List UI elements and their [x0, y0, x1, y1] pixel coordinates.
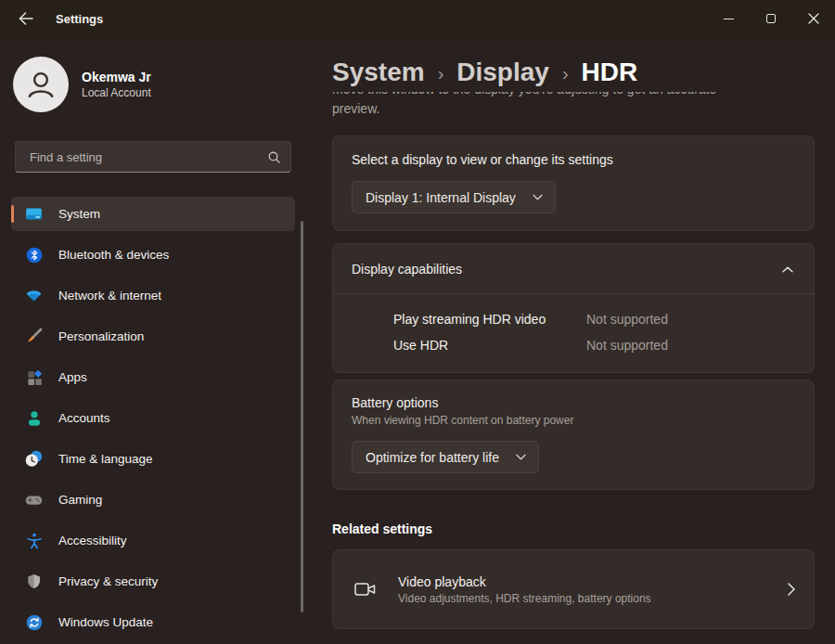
- capability-row: Use HDR Not supported: [393, 332, 795, 358]
- battery-options-card: Battery options When viewing HDR content…: [332, 380, 815, 490]
- video-playback-title: Video playback: [398, 574, 767, 589]
- video-playback-item[interactable]: Video playback Video adjustments, HDR st…: [332, 549, 815, 629]
- sidebar-item-label: Windows Update: [58, 615, 153, 629]
- close-button[interactable]: [792, 0, 835, 37]
- search-input[interactable]: [28, 149, 267, 165]
- chevron-down-icon: [533, 194, 543, 200]
- minimize-icon: [724, 19, 734, 19]
- battery-options-title: Battery options: [352, 395, 795, 410]
- sidebar-item-time-language[interactable]: Time & language: [11, 442, 295, 476]
- maximize-icon: [766, 14, 776, 23]
- profile-texts: Okemwa Jr Local Account: [82, 69, 151, 100]
- profile-name: Okemwa Jr: [82, 69, 151, 85]
- search-icon: [267, 150, 281, 164]
- sidebar-item-apps[interactable]: Apps: [11, 360, 295, 394]
- main-content: System › Display › HDR move this window …: [306, 37, 835, 644]
- sidebar-item-bluetooth-devices[interactable]: Bluetooth & devices: [11, 238, 295, 272]
- back-arrow-icon: [19, 12, 33, 25]
- bluetooth-icon: [24, 245, 44, 264]
- capability-row: Play streaming HDR video Not supported: [393, 306, 795, 332]
- sidebar-item-privacy-security[interactable]: Privacy & security: [11, 564, 295, 599]
- sidebar-item-label: Apps: [58, 370, 87, 384]
- capability-value: Not supported: [586, 338, 668, 353]
- network-icon: [24, 286, 44, 305]
- sidebar-item-label: Bluetooth & devices: [58, 248, 169, 262]
- capability-value: Not supported: [586, 312, 668, 327]
- chevron-down-icon: [516, 454, 526, 460]
- chevron-up-icon: [782, 266, 793, 273]
- chevron-right-icon: [788, 583, 795, 596]
- video-playback-subtitle: Video adjustments, HDR streaming, batter…: [398, 592, 767, 605]
- maximize-button[interactable]: [750, 0, 792, 37]
- apps-icon: [24, 367, 44, 387]
- person-icon: [20, 64, 61, 105]
- sidebar-item-label: Personalization: [58, 329, 144, 343]
- sidebar-item-label: System: [58, 207, 100, 221]
- sidebar-item-gaming[interactable]: Gaming: [11, 483, 295, 517]
- time-language-icon: [24, 449, 44, 469]
- sidebar-item-windows-update[interactable]: Windows Update: [11, 605, 295, 639]
- sidebar-item-accessibility[interactable]: Accessibility: [11, 523, 295, 558]
- sidebar-item-label: Accessibility: [58, 534, 127, 547]
- system-icon: [24, 204, 44, 224]
- sidebar-item-label: Accounts: [58, 411, 110, 425]
- back-button[interactable]: [11, 6, 41, 32]
- breadcrumb-display[interactable]: Display: [456, 58, 549, 87]
- privacy-security-icon: [24, 572, 44, 591]
- intro-text-clipped: move this window to the display you're a…: [332, 92, 815, 125]
- sidebar-item-label: Network & internet: [58, 289, 161, 303]
- sidebar-item-network-internet[interactable]: Network & internet: [11, 278, 295, 313]
- display-capabilities-header[interactable]: Display capabilities: [333, 244, 814, 293]
- display-select-dropdown[interactable]: Display 1: Internal Display: [352, 181, 556, 213]
- windows-update-icon: [24, 612, 44, 632]
- titlebar: Settings: [0, 0, 835, 37]
- app-title: Settings: [56, 12, 103, 26]
- settings-window: Settings Okemwa Jr Local Account: [0, 0, 835, 644]
- display-select-value: Display 1: Internal Display: [366, 190, 516, 205]
- selected-accent-bar: [11, 205, 14, 223]
- sidebar-item-label: Gaming: [58, 493, 102, 507]
- display-capabilities-card: Display capabilities Play streaming HDR …: [332, 243, 815, 373]
- sidebar-item-accounts[interactable]: Accounts: [11, 401, 295, 435]
- battery-options-value: Optimize for battery life: [366, 450, 499, 465]
- accessibility-icon: [24, 531, 44, 550]
- breadcrumb-hdr: HDR: [582, 58, 638, 87]
- accounts-icon: [24, 408, 44, 428]
- sidebar-item-system[interactable]: System: [11, 197, 295, 231]
- breadcrumb-separator: ›: [438, 61, 444, 84]
- display-select-card: Select a display to view or change its s…: [332, 135, 815, 231]
- sidebar: Okemwa Jr Local Account System: [0, 37, 306, 644]
- sidebar-item-personalization[interactable]: Personalization: [11, 319, 295, 354]
- sidebar-nav: System Bluetooth & devices Network & int…: [11, 197, 295, 639]
- battery-options-subtitle: When viewing HDR content on battery powe…: [352, 414, 795, 427]
- avatar: [13, 57, 69, 112]
- personalization-icon: [24, 327, 44, 346]
- display-capabilities-body: Play streaming HDR video Not supported U…: [333, 293, 814, 372]
- profile-account-type: Local Account: [82, 85, 151, 100]
- window-controls: [707, 0, 835, 37]
- breadcrumb-system[interactable]: System: [332, 58, 425, 87]
- intro-line-visible: preview.: [332, 99, 777, 119]
- display-capabilities-title: Display capabilities: [352, 262, 462, 277]
- intro-line-clipped: move this window to the display you're a…: [332, 92, 777, 99]
- battery-options-dropdown[interactable]: Optimize for battery life: [352, 441, 539, 473]
- capability-label: Play streaming HDR video: [393, 312, 586, 327]
- video-camera-icon: [353, 578, 378, 600]
- related-settings-heading: Related settings: [332, 522, 815, 536]
- close-icon: [808, 13, 819, 24]
- sidebar-item-label: Privacy & security: [58, 574, 158, 588]
- user-profile[interactable]: Okemwa Jr Local Account: [13, 56, 291, 113]
- display-select-label: Select a display to view or change its s…: [352, 152, 795, 167]
- breadcrumb: System › Display › HDR: [332, 58, 815, 87]
- sidebar-item-label: Time & language: [58, 452, 153, 466]
- capability-label: Use HDR: [393, 338, 586, 353]
- gaming-icon: [24, 490, 44, 509]
- breadcrumb-separator: ›: [562, 61, 569, 84]
- sidebar-scrollbar[interactable]: [301, 221, 303, 612]
- minimize-button[interactable]: [707, 0, 750, 37]
- settings-cards: Select a display to view or change its s…: [332, 135, 815, 629]
- search-box[interactable]: [15, 141, 291, 173]
